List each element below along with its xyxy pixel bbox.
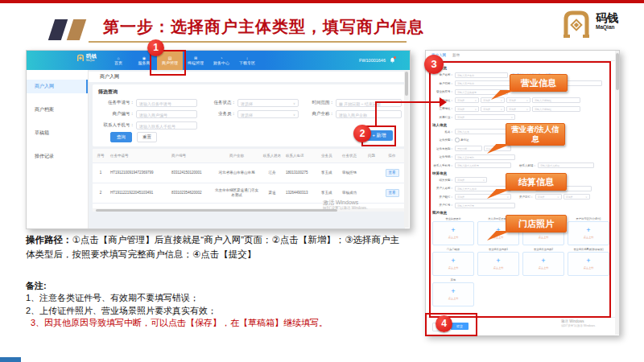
table-header-cell: 业务员: [320, 153, 341, 159]
connector-line-horizontal: [375, 101, 440, 103]
nav-item[interactable]: ↓ 下载专区: [234, 51, 260, 70]
table-header-cell: 商户编号: [170, 153, 213, 159]
task-status-select[interactable]: 请选择∨: [237, 99, 299, 107]
scrollbar-thumb[interactable]: [616, 53, 619, 90]
cell-status: 审核成功: [341, 190, 366, 196]
brand-name-cn: 码钱: [596, 12, 618, 24]
salesman-label: 业务员: [204, 111, 236, 117]
nav-label: 服务商: [138, 60, 151, 65]
scrollbar-thumb[interactable]: [96, 209, 337, 212]
nav-item[interactable]: ⌂ 首页: [105, 51, 131, 70]
admin-arch-icon: [76, 54, 85, 62]
notification-dot: [394, 56, 396, 59]
title-underline: [89, 41, 407, 43]
sidebar-item-label: 商户档案: [35, 107, 54, 112]
cell-phone: 13264490313: [284, 190, 320, 196]
admin-logo-en: MaQian: [86, 60, 97, 62]
filter-title: 筛选查询: [98, 88, 118, 96]
nav-label: 下载专区: [239, 60, 255, 65]
time-range-label: 时间范围: [305, 100, 334, 105]
cell-merchant-no: 833102354620002: [170, 190, 213, 196]
vertical-scrollbar[interactable]: [615, 51, 619, 335]
page-title: 第一步：选择商户主体类型，填写商户信息: [103, 16, 424, 38]
merchant-no-input[interactable]: 请输入商户编号: [136, 110, 197, 118]
table-header-cell: 操作: [379, 153, 405, 159]
tab-new[interactable]: 新增: [452, 53, 460, 57]
nav-item[interactable]: ⊞ 终端管理: [183, 51, 208, 70]
merchant-no-label: 商户编号: [97, 111, 134, 117]
chevron-down-icon: ∨: [293, 100, 295, 108]
cell-index: 2: [93, 190, 109, 196]
salesman-select[interactable]: 请选择∨: [237, 110, 299, 118]
note-line-red: 3、因其他原因导致填写中断，可以点击【保存】，在【草稿箱】继续填写。: [26, 317, 412, 329]
search-button[interactable]: 查询: [110, 132, 132, 142]
cell-issue: [366, 172, 379, 174]
cell-status: 审核拒绝: [341, 170, 366, 176]
cell-merchant-name: 河北省唐山市唐山市局: [213, 170, 260, 176]
admin-sidebar: 商户入网 商户档案 草稿箱 操作记录: [27, 70, 89, 228]
operation-path: 操作路径：①点击【商户管理】后直接就是“商户入网”页面；②点击【新增】；③选择商…: [26, 233, 407, 262]
cell-merchant-name: 北京市市辖区渠道通门店实名测试: [213, 187, 260, 199]
table-header-cell: 联系人电话: [284, 153, 320, 159]
merchant-name-label: 商户全称: [305, 111, 334, 117]
contact-phone-input[interactable]: 请输入联系人手机号: [136, 121, 197, 130]
merchant-name-input[interactable]: 请输入商户全称: [336, 110, 402, 118]
filter-row-3: 联系人手机号 请输入联系人手机号: [97, 121, 197, 130]
nav-item[interactable]: ◔ 财务中心: [208, 51, 234, 70]
brand-name-en: MaQian: [596, 24, 618, 30]
filter-row-2: 商户编号 请输入商户编号 业务员 请选择∨ 商户全称 请输入商户全称: [97, 109, 402, 118]
task-no-input[interactable]: 请输入任务申请号: [136, 99, 197, 107]
brand-arch-icon: [560, 8, 592, 40]
user-id: FW10001646: [359, 58, 386, 63]
view-button[interactable]: 查看: [386, 189, 399, 197]
sidebar-item[interactable]: 草稿箱: [27, 126, 88, 140]
highlight-box-form: [429, 61, 611, 318]
vertical-scrollbar[interactable]: [404, 70, 409, 228]
reset-button[interactable]: 重置: [137, 132, 157, 142]
notes: 备注: 1、注意各类证件号、有效期不要填写错误； 2、上传证件照片、营业场景照片…: [26, 280, 412, 330]
cell-salesman: 李玉成: [320, 190, 341, 196]
nav-label: 财务中心: [213, 60, 229, 65]
admin-topbar: 码钱 MaQian ⌂ 首页 ◉ 服务商: [27, 51, 410, 70]
table-header-cell: 序号: [93, 153, 109, 159]
slide: 第一步：选择商户主体类型，填写商户信息 码钱 MaQian 码钱 Ma: [0, 0, 644, 362]
nav-label: 终端管理: [188, 60, 204, 65]
cell-action: 查看: [379, 188, 405, 198]
filter-row-1: 任务申请号 请输入任务申请号 任务状态 请选择∨ 时间范围 ▦ 开始日期 ~ 结…: [97, 98, 402, 107]
admin-user-area: FW10001646: [359, 51, 395, 70]
bottom-accent-bar: [0, 357, 21, 362]
step-badge-3: 3: [424, 55, 444, 74]
sidebar-item[interactable]: 商户入网: [27, 80, 88, 93]
table-header-cell: 商户全称: [213, 153, 260, 159]
task-no-label: 任务申请号: [97, 100, 134, 105]
sidebar-item-label: 商户入网: [35, 84, 54, 88]
table-header-row: 序号 任务申请号 商户编号 商户全称 联系人姓名 联系人电话 业务员 任务状态 …: [93, 149, 405, 163]
note-line: 1、注意各类证件号、有效期不要填写错误；: [26, 292, 412, 304]
admin-logo: 码钱 MaQian: [76, 54, 97, 62]
sidebar-item[interactable]: 商户档案: [27, 103, 88, 117]
cell-task-no: HT1911221922045103491: [109, 190, 170, 196]
decor-parallelogram-dark: [48, 19, 68, 40]
task-status-label: 任务状态: [204, 100, 236, 105]
arrow-right-icon: [440, 97, 447, 107]
cell-phone: 18013100275: [284, 170, 320, 176]
operation-path-label: 操作路径：: [26, 235, 72, 245]
view-button[interactable]: 查看: [386, 169, 399, 177]
admin-window: 码钱 MaQian ⌂ 首页 ◉ 服务商: [26, 50, 411, 229]
cell-index: 1: [93, 170, 109, 176]
step-badge-4: 4: [436, 315, 452, 332]
bell-icon[interactable]: [390, 57, 395, 64]
step-badge-1: 1: [147, 39, 164, 56]
cell-contact: 江舟: [260, 170, 284, 176]
nav-label: 首页: [114, 60, 122, 65]
cell-salesman: 李玉成: [320, 170, 341, 176]
scrollbar-thumb[interactable]: [405, 72, 408, 96]
sidebar-item[interactable]: 操作记录: [27, 150, 88, 163]
brand-logo: 码钱 MaQian: [560, 8, 618, 40]
chevron-down-icon: ∨: [293, 111, 295, 119]
top-red-line: [0, 0, 644, 3]
table-header-cell: 联系人姓名: [260, 153, 284, 159]
cell-merchant-no: 833124150120001: [170, 170, 213, 176]
note-line: 2、上传证件照片、营业场景照片要求真实有效；: [26, 305, 412, 317]
cell-contact: 渠道: [260, 190, 284, 196]
